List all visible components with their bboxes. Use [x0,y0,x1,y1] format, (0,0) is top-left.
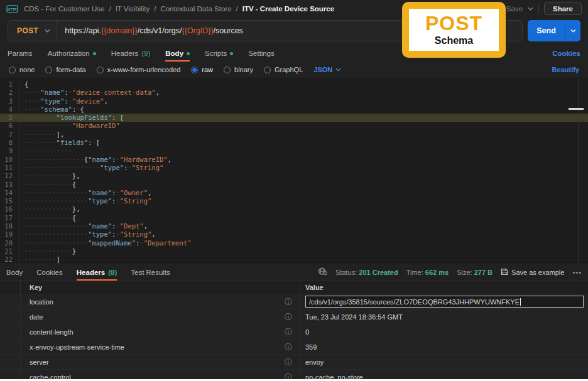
code-text: ················"name":·"Dept", [19,222,148,230]
response-tab-cookies[interactable]: Cookies [36,269,63,281]
tab-settings[interactable]: Settings [248,50,275,62]
code-line[interactable]: 21············} [0,247,588,255]
body-type-row: none form-data x-www-form-urlencoded raw… [0,62,588,78]
code-line[interactable]: 19················"type":·"String", [0,230,588,239]
code-line[interactable]: 17············{ [0,214,588,222]
table-row[interactable]: x-envoy-upstream-service-timeⓘ359 [0,340,588,355]
send-dropdown-chevron-icon[interactable] [565,20,580,41]
header-value-cell: 0 [300,325,588,339]
method-selector[interactable]: POST [8,26,45,35]
response-headers-table: Key Value locationⓘ/cds/v1/orgs/35815/so… [0,281,588,381]
code-line[interactable]: 9············ [0,147,588,155]
selected-value-input[interactable]: /cds/v1/orgs/35815/sources/ZLO7DEOQBRG43… [305,296,584,308]
radio-x-www-form-urlencoded[interactable]: x-www-form-urlencoded [97,66,181,73]
code-line[interactable]: 1{ [0,80,588,89]
method-chevron-icon[interactable] [45,29,57,33]
line-number: 12 [0,172,19,180]
line-number: 9 [0,147,19,155]
radio-none[interactable]: none [9,66,35,73]
http-request-icon: HTTP [6,4,18,13]
code-line[interactable]: 7········], [0,131,588,139]
info-icon[interactable]: ⓘ [285,343,292,351]
code-line[interactable]: 20················"mappedName":·"Departm… [0,239,588,247]
info-icon[interactable]: ⓘ [285,328,292,336]
response-tab-test-results[interactable]: Test Results [131,269,170,281]
radio-graphql[interactable]: GraphQL [264,66,303,73]
share-button[interactable]: Share [544,3,582,15]
table-row[interactable]: content-lengthⓘ0 [0,325,588,340]
save-dropdown-chevron-icon[interactable] [528,7,533,11]
code-text: ········] [19,255,60,264]
radio-circle-icon [224,67,231,73]
cookies-link[interactable]: Cookies [552,50,580,62]
line-number: 21 [0,247,19,255]
line-number: 1 [0,80,19,89]
send-button[interactable]: Send [528,20,565,41]
header-key-cell: locationⓘ [21,294,300,309]
breadcrumb-item[interactable]: CDS - For Customer Use [24,5,104,13]
response-tab-body[interactable]: Body [6,269,23,281]
editor-scroll-thumb[interactable] [569,108,584,110]
code-line[interactable]: 13············{ [0,181,588,189]
table-body: locationⓘ/cds/v1/orgs/35815/sources/ZLO7… [0,294,588,381]
code-line[interactable]: 8········"fields":·[ [0,139,588,147]
code-line[interactable]: 18················"name":·"Dept", [0,222,588,230]
code-line[interactable]: 15················"type":·"String" [0,197,588,205]
more-options-icon[interactable]: ••• [572,269,582,276]
table-spacer-cell [0,340,21,354]
breadcrumb-current: ITV - Create Device Source [242,5,334,13]
table-row[interactable]: locationⓘ/cds/v1/orgs/35815/sources/ZLO7… [0,294,588,309]
header-key-cell: serverⓘ [21,355,300,369]
tab-scripts[interactable]: Scripts [205,50,233,62]
code-line[interactable]: 14················"name":·"Owner", [0,189,588,197]
code-line[interactable]: 22········] [0,255,588,264]
code-line[interactable]: 5········"lookupFields":·[ [0,114,588,122]
header-value-cell: envoy [300,355,588,369]
code-line[interactable]: 6············"HardwareID" [0,122,588,130]
radio-binary[interactable]: binary [224,66,253,73]
tab-body[interactable]: Body [165,50,190,62]
code-text: ················"type":·"String" [19,197,151,205]
beautify-link[interactable]: Beautify [552,66,579,73]
tab-authorization[interactable]: Authorization [48,50,96,62]
code-line[interactable]: 10···············{"name":·"HardwareID", [0,156,588,164]
code-line[interactable]: 3····"type":·"device", [0,97,588,105]
radio-raw[interactable]: raw [191,66,213,73]
table-row[interactable]: serverⓘenvoy [0,355,588,370]
globe-lock-icon[interactable] [318,267,327,277]
response-tab-headers[interactable]: Headers(8) [77,269,117,281]
line-number: 18 [0,222,19,230]
tab-params[interactable]: Params [8,50,33,62]
send-button-group: Send [528,20,580,41]
line-number: 13 [0,181,19,189]
time-indicator: Time: 662 ms [406,269,449,276]
code-text: ············{ [19,214,76,222]
radio-circle-icon [264,67,271,73]
url-bar-divider [57,21,57,41]
info-icon[interactable]: ⓘ [285,298,292,306]
text-cursor [520,298,521,306]
code-line[interactable]: 11···················"type":·"String" [0,164,588,172]
info-icon[interactable]: ⓘ [285,358,292,366]
save-as-example-button[interactable]: Save as example [501,268,564,277]
breadcrumb-item[interactable]: Contextual Data Store [160,5,231,13]
url-input[interactable]: https://api.{{domain}}/cds/v1/orgs/{{Org… [65,26,243,35]
table-row[interactable]: dateⓘTue, 23 Jul 2024 18:36:54 GMT [0,309,588,325]
breadcrumb-item[interactable]: IT Visibility [116,5,150,13]
breadcrumb-separator: / [109,5,111,13]
code-text: ····"name":·"device·context·data", [19,89,160,97]
code-line[interactable]: 16············}, [0,205,588,213]
table-spacer-cell [0,325,21,339]
line-number: 6 [0,122,19,130]
badge-subtitle: Schema [435,35,473,46]
code-line[interactable]: 4····"schema":·{ [0,105,588,114]
code-line[interactable]: 12············}, [0,172,588,180]
info-icon[interactable]: ⓘ [285,313,292,321]
language-selector[interactable]: JSON [313,66,341,73]
response-bar: Body Cookies Headers(8) Test Results Sta… [0,263,588,281]
code-line[interactable]: 2····"name":·"device·context·data", [0,89,588,97]
body-code-editor[interactable]: 1{2····"name":·"device·context·data",3··… [0,78,588,263]
radio-form-data[interactable]: form-data [45,66,85,73]
tab-headers[interactable]: Headers(9) [111,50,151,62]
line-number: 22 [0,255,19,264]
